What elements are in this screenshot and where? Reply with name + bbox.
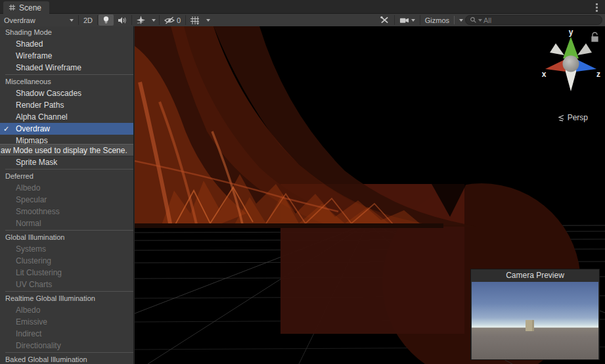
tools-wrench-icon — [380, 16, 390, 24]
camera-preview-image — [472, 282, 598, 359]
menu-separator — [5, 291, 133, 292]
eye-slash-icon — [164, 16, 175, 24]
axis-label-y[interactable]: y — [569, 28, 573, 37]
menu-separator — [5, 230, 133, 231]
orientation-gizmo[interactable]: y x z — [538, 28, 604, 97]
menu-item-alpha-channel[interactable]: Alpha Channel — [0, 111, 133, 123]
axis-cone-back-right — [577, 43, 592, 55]
scene-view-window: Scene Overdraw 2D — [0, 0, 605, 364]
chevron-down-icon — [70, 19, 74, 22]
axis-cone-z-blue — [576, 60, 596, 72]
scene-tab-grid-icon — [9, 4, 16, 11]
menu-item-deferred-albedo: Albedo — [0, 182, 133, 194]
camera-preview-panel: Camera Preview — [470, 269, 600, 360]
menu-item-shaded[interactable]: Shaded — [0, 38, 133, 50]
projection-toggle[interactable]: Persp — [558, 113, 588, 122]
menu-item-gi-systems: Systems — [0, 243, 133, 255]
search-icon — [470, 16, 477, 24]
menu-header-global-illumination: Global Illumination — [0, 231, 133, 243]
tab-scene-label: Scene — [19, 3, 41, 12]
2d-toggle-button[interactable]: 2D — [79, 14, 97, 26]
menu-separator — [5, 352, 133, 353]
scene-search-input[interactable]: All — [465, 15, 602, 25]
draw-mode-dropdown[interactable]: Overdraw — [0, 14, 78, 26]
menu-separator — [5, 169, 133, 170]
scene-viewport[interactable]: y x z Persp Camera Preview — [135, 26, 605, 364]
axis-cone-y-green — [563, 37, 579, 58]
camera-settings-button[interactable] — [395, 14, 419, 26]
tab-scene[interactable]: Scene — [3, 1, 49, 14]
menu-header-deferred: Deferred — [0, 170, 133, 182]
menu-header-shading-mode: Shading Mode — [0, 26, 133, 38]
lighting-toggle-button[interactable] — [99, 14, 114, 26]
2d-label: 2D — [83, 16, 93, 24]
menu-item-rtgi-indirect: Indirect — [0, 328, 133, 340]
chevron-down-icon — [152, 19, 156, 22]
menu-header-miscellaneous: Miscellaneous — [0, 76, 133, 87]
projection-label: Persp — [568, 113, 588, 122]
menu-item-rtgi-albedo: Albedo — [0, 304, 133, 316]
menu-item-overdraw[interactable]: ✓ Overdraw — [0, 123, 133, 135]
audio-toggle-button[interactable] — [114, 14, 131, 26]
scene-toolbar: Overdraw 2D — [0, 14, 605, 26]
axis-label-z[interactable]: z — [596, 70, 600, 79]
camera-preview-title: Camera Preview — [471, 269, 599, 282]
grid-dropdown[interactable] — [204, 14, 213, 26]
chevron-down-icon — [206, 19, 210, 22]
checkmark-icon: ✓ — [3, 123, 9, 135]
search-filter-caret-icon — [478, 19, 482, 22]
menu-item-rtgi-emissive: Emissive — [0, 316, 133, 328]
menu-item-deferred-smoothness: Smoothness — [0, 206, 133, 217]
draw-mode-menu: Shading Mode Shaded Wireframe Shaded Wir… — [0, 26, 134, 364]
menu-item-shadow-cascades[interactable]: Shadow Cascades — [0, 87, 133, 99]
menu-item-deferred-specular: Specular — [0, 194, 133, 206]
menu-item-wireframe[interactable]: Wireframe — [0, 50, 133, 62]
divider — [420, 15, 420, 25]
effects-dropdown[interactable] — [149, 14, 158, 26]
menu-header-baked-gi: Baked Global Illumination — [0, 353, 133, 364]
lightbulb-icon — [102, 16, 110, 24]
gizmos-dropdown[interactable]: Gizmos — [421, 14, 465, 26]
menu-item-rtgi-directionality: Directionality — [0, 340, 133, 352]
persp-chevron-icon — [558, 114, 565, 122]
menu-item-gi-lit-clustering: Lit Clustering — [0, 267, 133, 279]
effects-star-icon — [137, 16, 145, 24]
gizmos-label: Gizmos — [425, 16, 449, 24]
axis-cone-down — [565, 70, 577, 91]
effects-toggle-button[interactable] — [133, 14, 149, 26]
camera-icon — [399, 17, 409, 24]
menu-item-shaded-wireframe[interactable]: Shaded Wireframe — [0, 62, 133, 74]
menu-item-gi-uv-charts: UV Charts — [0, 279, 133, 290]
hidden-count: 0 — [177, 16, 181, 24]
menu-item-sprite-mask[interactable]: Sprite Mask — [0, 156, 133, 168]
menu-item-mipmaps[interactable]: Mipmaps — [0, 135, 133, 144]
speaker-icon — [118, 16, 127, 24]
divider — [454, 16, 455, 24]
search-value: All — [483, 16, 491, 24]
menu-separator — [5, 74, 133, 75]
axis-cone-back-left — [550, 43, 564, 55]
unlock-icon[interactable] — [592, 33, 598, 42]
window-menu-icon[interactable] — [593, 3, 600, 12]
divider — [394, 15, 395, 25]
menu-item-gi-clustering: Clustering — [0, 255, 133, 267]
draw-mode-label: Overdraw — [4, 16, 35, 24]
tab-bar: Scene — [0, 0, 605, 14]
menu-item-deferred-normal: Normal — [0, 217, 133, 229]
custom-tools-button[interactable] — [376, 14, 393, 26]
chevron-down-icon — [411, 19, 415, 22]
gizmo-hub[interactable] — [563, 56, 579, 72]
menu-item-render-paths[interactable]: Render Paths — [0, 99, 133, 111]
grid-icon — [190, 16, 200, 25]
axis-label-x[interactable]: x — [542, 70, 547, 79]
draw-mode-tooltip: aw Mode used to display the Scene. — [0, 144, 133, 156]
menu-header-realtime-gi: Realtime Global Illumination — [0, 292, 133, 304]
grid-toggle-button[interactable] — [187, 14, 204, 26]
divider — [131, 15, 132, 25]
divider — [97, 15, 98, 25]
hidden-objects-button[interactable]: 0 — [160, 14, 185, 26]
axis-cone-x-red — [545, 60, 566, 72]
divider — [185, 15, 186, 25]
chevron-down-icon — [459, 19, 463, 22]
divider — [159, 15, 160, 25]
